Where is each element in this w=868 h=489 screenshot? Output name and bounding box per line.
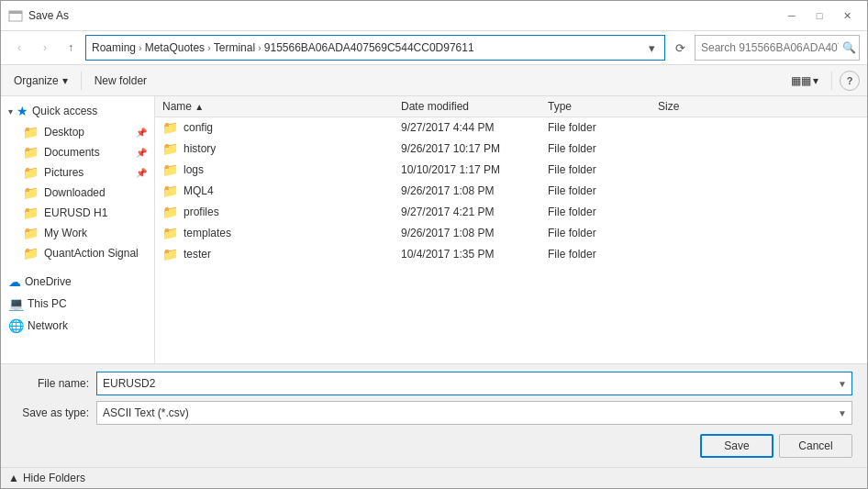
file-list-header: Name ▲ Date modified Type Size (155, 96, 867, 117)
quick-access-chevron: ▾ (8, 106, 13, 117)
table-row[interactable]: 📁 MQL4 9/26/2017 1:08 PM File folder (155, 181, 867, 202)
title-bar-controls: ─ □ ✕ (779, 6, 860, 25)
documents-pin-icon: 📌 (136, 148, 147, 158)
breadcrumb-folder: 915566BA06ADA407569C544CC0D97611 (264, 41, 474, 54)
row-date: 9/26/2017 1:08 PM (401, 184, 548, 197)
sidebar-item-desktop-label: Desktop (44, 126, 84, 139)
thispc-icon: 💻 (8, 296, 24, 311)
eurusd-folder-icon: 📁 (23, 206, 39, 220)
close-button[interactable]: ✕ (834, 6, 860, 25)
breadcrumb-metaquotes: MetaQuotes (145, 41, 205, 54)
thispc-item[interactable]: 💻 This PC (1, 293, 154, 315)
row-date: 9/27/2017 4:21 PM (401, 206, 548, 218)
help-button[interactable]: ? (840, 71, 860, 91)
sidebar-item-quantaction-label: QuantAction Signal (44, 247, 139, 260)
filename-input-wrapper (96, 372, 852, 395)
save-button[interactable]: Save (700, 434, 773, 458)
sidebar-item-pictures[interactable]: 📁 Pictures 📌 (1, 162, 154, 183)
column-type[interactable]: Type (548, 100, 658, 113)
row-folder-icon: 📁 (162, 162, 178, 177)
row-name: 📁 tester (162, 247, 401, 261)
row-date: 9/26/2017 1:08 PM (401, 227, 548, 239)
refresh-button[interactable]: ⟳ (669, 37, 691, 59)
row-folder-icon: 📁 (162, 247, 178, 261)
row-name: 📁 MQL4 (162, 183, 401, 198)
row-folder-icon: 📁 (162, 120, 178, 135)
pictures-pin-icon: 📌 (136, 168, 147, 178)
hide-folders-label: Hide Folders (23, 472, 85, 484)
quick-access-label: Quick access (32, 105, 97, 117)
new-folder-button[interactable]: New folder (89, 72, 152, 90)
mywork-folder-icon: 📁 (23, 226, 39, 240)
table-row[interactable]: 📁 logs 10/10/2017 1:17 PM File folder (155, 160, 867, 181)
hide-folders-bar[interactable]: ▲ Hide Folders (1, 467, 867, 488)
sidebar-item-mywork[interactable]: 📁 My Work (1, 223, 154, 243)
search-input[interactable] (701, 41, 839, 54)
filetype-select-wrapper: ASCII Text (*.csv) (96, 401, 852, 425)
sidebar-item-documents[interactable]: 📁 Documents 📌 (1, 142, 154, 162)
row-name: 📁 config (162, 120, 401, 135)
toolbar-separator (81, 72, 82, 90)
maximize-button[interactable]: □ (807, 6, 832, 25)
save-as-dialog: Save As ─ □ ✕ ‹ › ↑ Quick access Roaming… (0, 0, 868, 489)
row-name: 📁 templates (162, 226, 401, 240)
view-button[interactable]: ▦▦ ▾ (785, 72, 824, 90)
bottom-bar: File name: Save as type: ASCII Text (*.c… (1, 363, 867, 467)
sidebar-item-documents-label: Documents (44, 146, 100, 159)
sidebar-item-downloaded[interactable]: 📁 Downloaded (1, 183, 154, 203)
row-date: 9/26/2017 10:17 PM (401, 142, 548, 155)
view-icon: ▦▦ (791, 74, 811, 87)
quick-access-header[interactable]: ▾ ★ Quick access (1, 100, 154, 122)
row-name: 📁 history (162, 141, 401, 156)
filetype-select[interactable]: ASCII Text (*.csv) (96, 401, 852, 425)
downloaded-folder-icon: 📁 (23, 185, 39, 200)
row-type: File folder (548, 206, 658, 218)
hide-folders-chevron-icon: ▲ (8, 472, 19, 484)
sidebar-item-quantaction[interactable]: 📁 QuantAction Signal (1, 243, 154, 263)
desktop-pin-icon: 📌 (136, 128, 147, 138)
onedrive-item[interactable]: ☁ OneDrive (1, 271, 154, 293)
address-bar[interactable]: Quick access Roaming › MetaQuotes › Term… (85, 35, 665, 61)
quantaction-folder-icon: 📁 (23, 246, 39, 261)
column-name[interactable]: Name ▲ (162, 100, 401, 113)
forward-button[interactable]: › (34, 37, 56, 59)
sidebar-item-desktop[interactable]: 📁 Desktop 📌 (1, 122, 154, 142)
network-item[interactable]: 🌐 Network (1, 315, 154, 337)
main-content: ▾ ★ Quick access 📁 Desktop 📌 📁 Documents… (1, 96, 867, 363)
sidebar-item-eurusd[interactable]: 📁 EURUSD H1 (1, 203, 154, 223)
pictures-folder-icon: 📁 (23, 165, 39, 180)
title-bar-icon (8, 8, 23, 23)
minimize-button[interactable]: ─ (779, 6, 805, 25)
network-icon: 🌐 (8, 318, 24, 333)
filename-input[interactable] (96, 372, 852, 395)
column-date[interactable]: Date modified (401, 100, 548, 113)
organize-button[interactable]: Organize ▾ (8, 72, 73, 90)
title-bar-text: Save As (28, 9, 779, 22)
row-type: File folder (548, 248, 658, 261)
row-type: File folder (548, 121, 658, 134)
row-date: 10/4/2017 1:35 PM (401, 248, 548, 261)
onedrive-label: OneDrive (25, 275, 72, 288)
cancel-button[interactable]: Cancel (779, 434, 852, 458)
organize-dropdown-icon: ▾ (62, 74, 68, 87)
row-folder-icon: 📁 (162, 141, 178, 156)
action-buttons: Save Cancel (16, 430, 852, 460)
search-box: 🔍 (695, 35, 860, 61)
quick-access-star-icon: ★ (17, 104, 28, 118)
table-row[interactable]: 📁 config 9/27/2017 4:44 PM File folder (155, 117, 867, 139)
toolbar: Organize ▾ New folder ▦▦ ▾ ? (1, 65, 867, 96)
table-row[interactable]: 📁 tester 10/4/2017 1:35 PM File folder (155, 244, 867, 265)
desktop-folder-icon: 📁 (23, 125, 39, 139)
table-row[interactable]: 📁 templates 9/26/2017 1:08 PM File folde… (155, 223, 867, 244)
sidebar-item-pictures-label: Pictures (44, 166, 83, 179)
column-size[interactable]: Size (658, 100, 731, 113)
back-button[interactable]: ‹ (8, 37, 30, 59)
table-row[interactable]: 📁 profiles 9/27/2017 4:21 PM File folder (155, 202, 867, 223)
breadcrumb: Quick access Roaming › MetaQuotes › Term… (92, 41, 640, 54)
sidebar-item-mywork-label: My Work (44, 227, 87, 239)
address-dropdown-button[interactable]: ▾ (644, 36, 659, 60)
row-type: File folder (548, 227, 658, 239)
table-row[interactable]: 📁 history 9/26/2017 10:17 PM File folder (155, 139, 867, 160)
up-button[interactable]: ↑ (60, 37, 82, 59)
breadcrumb-terminal: Terminal (214, 41, 255, 54)
